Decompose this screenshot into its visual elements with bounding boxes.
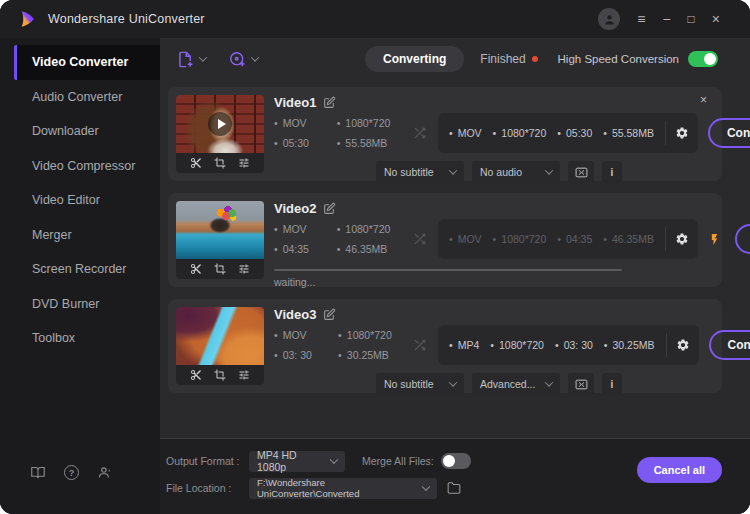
play-button[interactable]: [208, 112, 232, 136]
output-duration: 04:35: [557, 233, 592, 245]
crop-icon[interactable]: [214, 157, 226, 169]
thumbnail-column: [176, 201, 264, 279]
source-resolution: 1080*720: [337, 117, 402, 129]
audio-select[interactable]: Advanced...: [472, 373, 560, 395]
rename-icon[interactable]: [323, 202, 336, 215]
cancel-button[interactable]: Cancel: [735, 224, 750, 254]
titlebar-controls: ≡ − □ ×: [598, 8, 720, 30]
sidebar-item-video-compressor[interactable]: Video Compressor: [14, 149, 160, 184]
trim-icon[interactable]: [190, 263, 202, 275]
sidebar-item-video-editor[interactable]: Video Editor: [14, 183, 160, 218]
output-resolution: 1080*720: [493, 127, 547, 139]
audio-select[interactable]: No audio: [472, 161, 560, 183]
add-files-button[interactable]: [176, 50, 206, 69]
sidebar-item-video-converter[interactable]: Video Converter: [14, 45, 160, 80]
sidebar-item-dvd-burner[interactable]: DVD Burner: [14, 287, 160, 322]
high-speed-label: High Speed Conversion: [558, 53, 679, 65]
info-button[interactable]: i: [602, 161, 622, 183]
progress-area: waiting...: [274, 269, 714, 288]
minimize-icon[interactable]: −: [662, 12, 670, 26]
subtitle-select[interactable]: No subtitle: [376, 373, 464, 395]
video-title: Video2: [274, 201, 316, 216]
sidebar-item-audio-converter[interactable]: Audio Converter: [14, 80, 160, 115]
compress-button[interactable]: [568, 161, 594, 183]
output-format: MP4: [449, 339, 479, 351]
convert-button[interactable]: Convert: [708, 118, 750, 148]
task-card-video2: Video2 MOV 1080*720 04:35 46.35MB: [168, 193, 722, 287]
chevron-down-icon: [330, 455, 338, 463]
subtitle-select[interactable]: No subtitle: [376, 161, 464, 183]
rename-icon[interactable]: [323, 96, 336, 109]
main-panel: Converting Finished High Speed Conversio…: [160, 38, 750, 514]
effects-icon[interactable]: [238, 369, 250, 381]
thumbnail-toolbar: [176, 365, 264, 385]
output-duration: 05:30: [557, 127, 592, 139]
source-info: MOV 1080*720 04:35 46.35MB: [274, 223, 402, 255]
footer-bar: Output Format : MP4 HD 1080p Merge All F…: [160, 438, 750, 514]
effects-icon[interactable]: [238, 157, 250, 169]
file-location-select[interactable]: F:\Wondershare UniConverter\Converted: [249, 478, 437, 499]
output-settings-box: MP4 1080*720 03: 30 30.25MB: [438, 325, 699, 365]
user-guide-icon[interactable]: [30, 465, 46, 480]
output-size: 55.58MB: [603, 127, 654, 139]
sidebar-item-merger[interactable]: Merger: [14, 218, 160, 253]
source-format: MOV: [274, 117, 321, 129]
effects-icon[interactable]: [238, 263, 250, 275]
trim-icon[interactable]: [190, 369, 202, 381]
maximize-icon[interactable]: □: [688, 13, 695, 25]
audio-select-value: Advanced...: [480, 378, 535, 390]
thumbnail-column: [176, 307, 264, 385]
output-settings-box: MOV 1080*720 04:35 46.35MB: [438, 219, 698, 259]
info-button[interactable]: i: [602, 373, 622, 395]
task-list: ×: [160, 80, 750, 438]
output-settings-box: MOV 1080*720 05:30 55.58MB: [438, 113, 698, 153]
finished-badge-dot: [532, 56, 538, 62]
remove-task-icon[interactable]: ×: [700, 94, 707, 106]
toggle-knob: [443, 455, 455, 467]
merge-all-files-toggle[interactable]: [441, 453, 471, 469]
sidebar-item-downloader[interactable]: Downloader: [14, 114, 160, 149]
settings-gear-icon[interactable]: [665, 227, 689, 251]
thumbnail-column: [176, 95, 264, 173]
help-icon[interactable]: ?: [64, 465, 79, 480]
add-buttons: [176, 50, 258, 69]
cancel-all-button[interactable]: Cancel all: [637, 457, 722, 483]
account-avatar[interactable]: [598, 8, 620, 30]
chevron-down-icon: [545, 378, 553, 386]
convert-to-icon: [412, 125, 428, 141]
video3-thumbnail[interactable]: [176, 307, 264, 365]
close-icon[interactable]: ×: [712, 12, 720, 26]
source-info: MOV 1080*720 03: 30 30.25MB: [274, 329, 402, 361]
video1-thumbnail[interactable]: [176, 95, 264, 153]
output-format-select[interactable]: MP4 HD 1080p: [249, 451, 345, 472]
rename-icon[interactable]: [323, 308, 336, 321]
title-bar: Wondershare UniConverter ≡ − □ ×: [0, 0, 750, 38]
sidebar-item-screen-recorder[interactable]: Screen Recorder: [14, 252, 160, 287]
task-card-video3: Video3 MOV 1080*720 03: 30 30.25MB: [168, 299, 722, 393]
settings-gear-icon[interactable]: [666, 333, 690, 357]
menu-icon[interactable]: ≡: [637, 12, 645, 26]
contact-icon[interactable]: [97, 465, 112, 480]
high-speed-group: High Speed Conversion: [558, 51, 718, 67]
convert-button[interactable]: Convert: [709, 330, 750, 360]
source-resolution: 1080*720: [337, 223, 402, 235]
sidebar-item-toolbox[interactable]: Toolbox: [14, 321, 160, 356]
crop-icon[interactable]: [214, 263, 226, 275]
open-folder-icon[interactable]: [446, 481, 462, 495]
source-duration: 04:35: [274, 243, 321, 255]
crop-icon[interactable]: [214, 369, 226, 381]
trim-icon[interactable]: [190, 157, 202, 169]
source-format: MOV: [274, 329, 322, 341]
compress-button[interactable]: [568, 373, 594, 395]
chevron-down-icon: [422, 482, 430, 490]
source-duration: 05:30: [274, 137, 321, 149]
output-format-label: Output Format :: [166, 455, 242, 467]
task-status: waiting...: [274, 276, 714, 288]
tab-converting[interactable]: Converting: [365, 46, 464, 72]
settings-gear-icon[interactable]: [665, 121, 689, 145]
tab-finished[interactable]: Finished: [480, 52, 537, 66]
add-dvd-button[interactable]: [228, 50, 258, 69]
high-speed-toggle[interactable]: [688, 51, 718, 67]
subtitle-select-value: No subtitle: [384, 166, 434, 178]
video2-thumbnail[interactable]: [176, 201, 264, 259]
